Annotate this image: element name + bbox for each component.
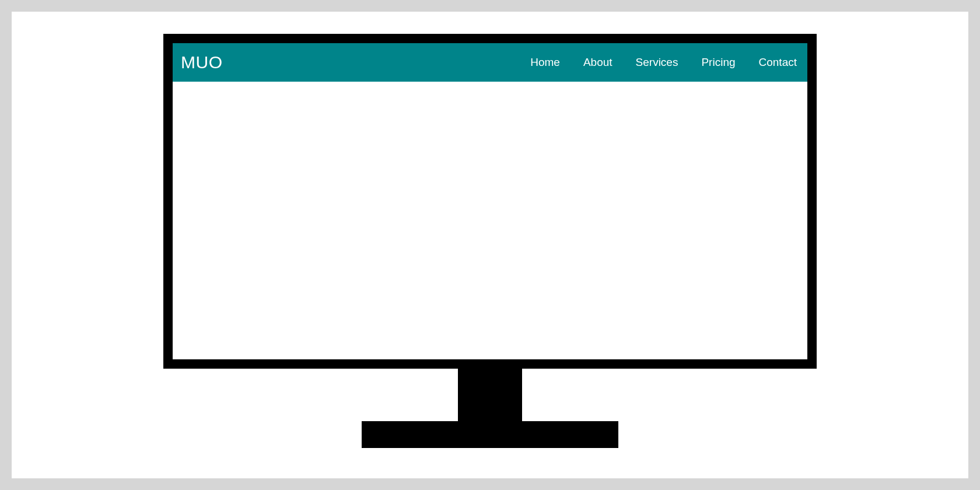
nav-links: Home About Services Pricing Contact xyxy=(530,56,797,69)
nav-link-contact[interactable]: Contact xyxy=(759,56,797,69)
nav-link-about[interactable]: About xyxy=(583,56,612,69)
monitor: MUO Home About Services Pricing Contact xyxy=(163,34,817,448)
site-logo[interactable]: MUO xyxy=(181,52,223,72)
page-content xyxy=(173,82,807,359)
monitor-base xyxy=(362,421,618,448)
monitor-screen: MUO Home About Services Pricing Contact xyxy=(173,43,807,359)
nav-link-pricing[interactable]: Pricing xyxy=(701,56,735,69)
monitor-neck xyxy=(458,369,522,421)
nav-link-home[interactable]: Home xyxy=(530,56,560,69)
monitor-bezel: MUO Home About Services Pricing Contact xyxy=(163,34,817,369)
nav-link-services[interactable]: Services xyxy=(636,56,678,69)
navbar: MUO Home About Services Pricing Contact xyxy=(173,43,807,82)
page-canvas: MUO Home About Services Pricing Contact xyxy=(12,12,968,478)
